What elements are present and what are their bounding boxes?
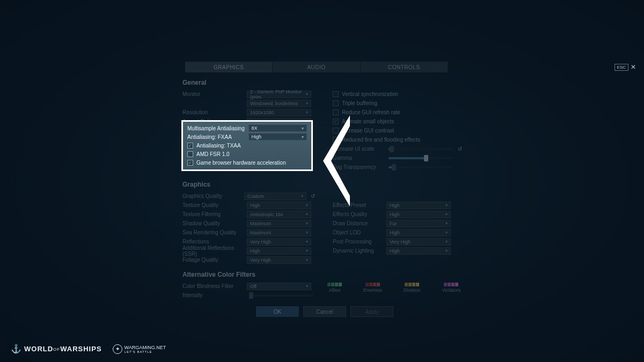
msaa-dropdown[interactable]: 8X xyxy=(248,124,307,132)
gq-dropdown[interactable]: Custom xyxy=(244,193,306,200)
anchor-icon: ⚓ xyxy=(11,344,22,354)
ol-dropdown[interactable]: High xyxy=(386,229,451,237)
ep-dropdown[interactable]: High xyxy=(386,202,451,209)
ok-button[interactable]: OK xyxy=(256,306,299,317)
monitor-label: Monitor xyxy=(182,91,247,97)
amdfsr-label: AMD FSR 1.0 xyxy=(196,151,230,157)
increase-contrast-checkbox[interactable] xyxy=(333,128,339,134)
refl-dropdown[interactable]: Very High xyxy=(247,238,311,246)
cbf-dropdown[interactable]: Off xyxy=(247,283,311,290)
tab-audio[interactable]: AUDIO xyxy=(273,62,360,72)
wargaming-icon: ✦ xyxy=(113,344,122,354)
cbf-label: Color Blindness Filter xyxy=(182,283,247,289)
intensity-slider[interactable] xyxy=(249,294,313,297)
gq-label: Graphics Quality xyxy=(182,193,244,199)
triple-buffering-label: Triple buffering xyxy=(342,100,377,106)
reduced-fire-checkbox[interactable] xyxy=(333,137,339,143)
fog-label: Fog Transparency xyxy=(333,164,386,170)
section-alt-color: Alternative Color Filters xyxy=(182,271,467,278)
ui-scale-label: Increase UI scale xyxy=(333,146,386,152)
vsync-checkbox[interactable] xyxy=(333,91,339,97)
fol-label: Foliage Quality xyxy=(182,257,247,263)
filter-enemies: Enemies xyxy=(363,283,382,293)
highlight-annotation: Multisample Antialiasing 8X Antialiasing… xyxy=(181,120,313,171)
esc-key-label: ESC xyxy=(614,64,628,71)
eq-label: Effects Quality xyxy=(333,211,386,217)
reduce-refresh-checkbox[interactable] xyxy=(333,109,339,115)
section-general: General xyxy=(182,79,467,86)
tq-dropdown[interactable]: High xyxy=(247,202,311,209)
monitor-dropdown[interactable]: 2 - Generic PnP Monitor (prim. xyxy=(247,91,311,98)
window-mode-dropdown[interactable]: Windowed, borderless xyxy=(247,100,311,107)
fxaa-label: Antialiasing: FXAA xyxy=(187,134,248,140)
dl-label: Dynamic Lighting xyxy=(333,248,386,254)
tf-label: Texture Filtering xyxy=(182,211,247,217)
cancel-button[interactable]: Cancel xyxy=(303,306,346,317)
dd-label: Draw Distance xyxy=(333,220,386,226)
fog-slider[interactable] xyxy=(389,166,453,168)
filter-violators: Violators xyxy=(442,283,461,293)
tab-graphics[interactable]: GRAPHICS xyxy=(185,62,273,72)
gamma-slider[interactable] xyxy=(389,157,453,159)
wargaming-logo: ✦ WARGAMING.NETLET'S BATTLE xyxy=(113,344,166,354)
browser-accel-checkbox[interactable] xyxy=(187,160,193,166)
dl-dropdown[interactable]: High xyxy=(386,247,451,255)
ssr-label: Additional Reflections (SSR) xyxy=(182,245,247,257)
reduce-refresh-label: Reduce GUI refresh rate xyxy=(342,109,400,115)
section-graphics: Graphics xyxy=(182,181,467,188)
esc-button[interactable]: ESC ✕ xyxy=(614,63,636,71)
resolution-dropdown[interactable]: 1920x1080 xyxy=(247,109,311,116)
txaa-checkbox[interactable] xyxy=(187,143,193,149)
pp-dropdown[interactable]: Very High xyxy=(386,238,451,246)
ssr-dropdown[interactable]: High xyxy=(247,247,311,255)
animate-small-label: Animate small objects xyxy=(342,119,394,124)
sr-dropdown[interactable]: Maximum xyxy=(247,229,311,237)
sq-dropdown[interactable]: Maximum xyxy=(247,220,311,227)
filter-division: Division xyxy=(404,283,421,293)
animate-small-checkbox[interactable] xyxy=(333,119,339,124)
fxaa-dropdown[interactable]: High xyxy=(248,133,307,141)
ol-label: Object LOD xyxy=(333,230,386,235)
triple-buffering-checkbox[interactable] xyxy=(333,100,339,106)
intensity-label: Intensity xyxy=(182,292,247,298)
eq-dropdown[interactable]: High xyxy=(386,211,451,218)
browser-accel-label: Game browser hardware acceleration xyxy=(196,160,286,166)
footer-logos: ⚓ WORLDOFWARSHIPS ✦ WARGAMING.NETLET'S B… xyxy=(11,344,166,354)
reset-icon[interactable]: ↺ xyxy=(456,145,464,153)
vsync-label: Vertical synchronization xyxy=(342,91,398,97)
tf-dropdown[interactable]: Anisotropic 16x xyxy=(247,211,311,218)
filter-allies: Allies xyxy=(327,283,342,293)
tq-label: Texture Quality xyxy=(182,202,247,208)
txaa-label: Antialiasing: TXAA xyxy=(196,143,241,149)
reset-icon[interactable]: ↺ xyxy=(310,193,317,200)
amdfsr-checkbox[interactable] xyxy=(187,151,193,157)
ui-scale-slider[interactable] xyxy=(389,148,453,150)
pp-label: Post Processing xyxy=(333,239,386,245)
gamma-label: Gamma xyxy=(333,155,386,161)
refl-label: Reflections xyxy=(182,239,247,245)
sq-label: Shadow Quality xyxy=(182,220,247,226)
fol-dropdown[interactable]: Very High xyxy=(247,256,311,264)
msaa-label: Multisample Antialiasing xyxy=(187,125,248,131)
sr-label: Sea Rendering Quality xyxy=(182,230,247,235)
increase-contrast-label: Increase GUI contrast xyxy=(342,128,394,134)
close-icon[interactable]: ✕ xyxy=(631,63,636,71)
dd-dropdown[interactable]: Far xyxy=(386,220,451,227)
apply-button[interactable]: Apply xyxy=(350,306,393,317)
resolution-label: Resolution xyxy=(182,109,247,115)
ep-label: Effects Preset xyxy=(333,202,386,208)
tab-controls[interactable]: CONTROLS xyxy=(361,62,448,72)
reduced-fire-label: Reduced fire and flooding effects xyxy=(342,137,420,143)
wows-logo: ⚓ WORLDOFWARSHIPS xyxy=(11,344,102,354)
